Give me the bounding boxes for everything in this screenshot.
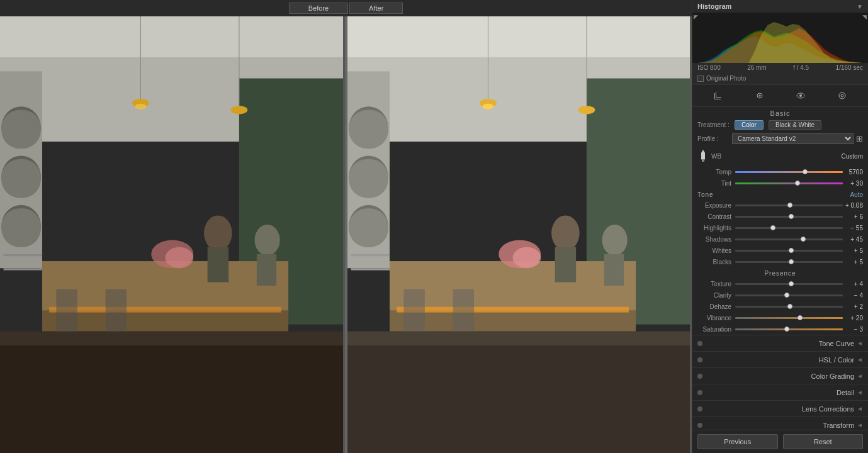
histogram-corner-tl[interactable]: ◤ bbox=[694, 14, 698, 20]
contrast-track[interactable] bbox=[735, 216, 843, 218]
color-grading-label: Color Grading bbox=[706, 372, 854, 380]
hsl-color-section[interactable]: HSL / Color ◄ bbox=[692, 351, 868, 367]
blacks-thumb[interactable] bbox=[789, 259, 794, 264]
blacks-value: + 5 bbox=[843, 259, 863, 266]
blacks-track[interactable] bbox=[735, 261, 843, 263]
temp-label: Temp bbox=[697, 169, 735, 176]
histogram-corner-tr[interactable]: ◥ bbox=[862, 14, 867, 20]
clarity-label: Clarity bbox=[697, 292, 735, 299]
svg-point-19 bbox=[230, 106, 247, 114]
svg-rect-66 bbox=[702, 159, 704, 162]
shadows-track[interactable] bbox=[735, 238, 843, 240]
highlights-thumb[interactable] bbox=[770, 225, 775, 230]
svg-rect-6 bbox=[1, 110, 41, 148]
tone-curve-label: Tone Curve bbox=[706, 340, 854, 347]
texture-thumb[interactable] bbox=[789, 281, 794, 286]
texture-track[interactable] bbox=[735, 283, 843, 285]
transform-section[interactable]: Transform ◄ bbox=[692, 417, 868, 430]
svg-rect-23 bbox=[208, 247, 229, 282]
profile-row: Profile : Camera Standard v2 ⊞ bbox=[692, 131, 868, 146]
svg-point-49 bbox=[578, 106, 595, 114]
svg-rect-43 bbox=[347, 332, 692, 453]
profile-select[interactable]: Camera Standard v2 bbox=[732, 133, 854, 144]
svg-rect-56 bbox=[351, 254, 389, 256]
dehaze-value: + 2 bbox=[843, 303, 863, 310]
svg-rect-21 bbox=[106, 289, 127, 332]
crop-tool-icon[interactable] bbox=[711, 89, 725, 103]
svg-rect-20 bbox=[56, 289, 77, 332]
tint-thumb[interactable] bbox=[795, 181, 800, 186]
svg-rect-38 bbox=[349, 208, 388, 247]
contrast-thumb[interactable] bbox=[789, 214, 794, 219]
tone-curve-section[interactable]: Tone Curve ◄ bbox=[692, 335, 868, 351]
svg-rect-13 bbox=[0, 332, 345, 453]
radial-filter-icon[interactable] bbox=[835, 89, 849, 103]
presence-header: Presence bbox=[692, 267, 868, 278]
shadows-value: + 45 bbox=[843, 236, 863, 243]
whites-thumb[interactable] bbox=[789, 248, 794, 253]
svg-rect-12 bbox=[49, 307, 281, 313]
dehaze-thumb[interactable] bbox=[787, 304, 792, 309]
treatment-label: Treatment : bbox=[697, 121, 732, 128]
tint-track[interactable] bbox=[735, 182, 843, 184]
color-button[interactable]: Color bbox=[735, 120, 764, 130]
original-photo-label: Original Photo bbox=[706, 75, 746, 82]
svg-rect-55 bbox=[604, 254, 623, 286]
vibrance-thumb[interactable] bbox=[798, 315, 803, 320]
panel-scroll-area[interactable]: Basic Treatment : Color Black & White Pr… bbox=[692, 107, 868, 430]
histogram-canvas: ◤ ◥ bbox=[692, 13, 868, 63]
hsl-arrow: ◄ bbox=[857, 356, 863, 363]
contrast-value: + 6 bbox=[843, 213, 863, 220]
highlights-value: − 55 bbox=[843, 225, 863, 232]
whites-track[interactable] bbox=[735, 250, 843, 252]
exposure-thumb[interactable] bbox=[787, 203, 792, 208]
wb-eyedropper[interactable] bbox=[697, 148, 709, 164]
texture-label: Texture bbox=[697, 281, 735, 288]
exposure-track[interactable] bbox=[735, 204, 843, 206]
blacks-label: Blacks bbox=[697, 259, 735, 266]
focal-value: 26 mm bbox=[747, 64, 767, 71]
red-eye-tool-icon[interactable] bbox=[794, 89, 808, 103]
temp-track[interactable] bbox=[735, 171, 843, 173]
dehaze-track[interactable] bbox=[735, 306, 843, 308]
temp-thumb[interactable] bbox=[803, 169, 808, 174]
saturation-thumb[interactable] bbox=[784, 327, 789, 332]
color-grading-section[interactable]: Color Grading ◄ bbox=[692, 367, 868, 384]
highlights-track[interactable] bbox=[735, 227, 843, 229]
profile-grid-icon[interactable]: ⊞ bbox=[856, 134, 863, 143]
previous-button[interactable]: Previous bbox=[697, 434, 778, 449]
lens-corrections-section[interactable]: Lens Corrections ◄ bbox=[692, 400, 868, 417]
color-grading-arrow: ◄ bbox=[857, 372, 863, 379]
svg-rect-8 bbox=[1, 208, 41, 247]
texture-slider-row: Texture + 4 bbox=[692, 278, 868, 289]
reset-button[interactable]: Reset bbox=[783, 434, 864, 449]
temp-slider-row: Temp 5700 bbox=[692, 166, 868, 177]
clarity-track[interactable] bbox=[735, 294, 843, 296]
tone-auto-btn[interactable]: Auto bbox=[850, 191, 863, 198]
bw-button[interactable]: Black & White bbox=[769, 120, 821, 130]
tool-icons-row bbox=[692, 85, 868, 107]
after-photo-panel bbox=[347, 15, 692, 453]
contrast-label: Contrast bbox=[697, 213, 735, 220]
shadows-thumb[interactable] bbox=[801, 237, 806, 242]
treatment-buttons: Color Black & White bbox=[735, 120, 821, 130]
texture-value: + 4 bbox=[843, 281, 863, 288]
histogram-dropdown-arrow[interactable]: ▼ bbox=[857, 3, 863, 10]
whites-slider-row: Whites + 5 bbox=[692, 245, 868, 256]
before-photo-panel bbox=[0, 15, 345, 453]
healing-tool-icon[interactable] bbox=[753, 89, 767, 103]
hsl-dot bbox=[697, 357, 702, 362]
original-photo-checkbox[interactable] bbox=[697, 76, 704, 82]
before-label: Before bbox=[289, 3, 348, 14]
svg-point-47 bbox=[482, 104, 493, 109]
histogram-section: Histogram ▼ ◤ ◥ ISO 800 26 mm f / 4.5 1/… bbox=[692, 0, 868, 85]
detail-section[interactable]: Detail ◄ bbox=[692, 384, 868, 400]
clarity-thumb[interactable] bbox=[784, 293, 789, 298]
blacks-slider-row: Blacks + 5 bbox=[692, 256, 868, 267]
svg-point-59 bbox=[512, 247, 541, 269]
svg-point-65 bbox=[841, 94, 843, 97]
vibrance-track[interactable] bbox=[735, 317, 843, 319]
contrast-slider-row: Contrast + 6 bbox=[692, 211, 868, 222]
saturation-track[interactable] bbox=[735, 328, 843, 330]
lens-arrow: ◄ bbox=[857, 405, 863, 412]
